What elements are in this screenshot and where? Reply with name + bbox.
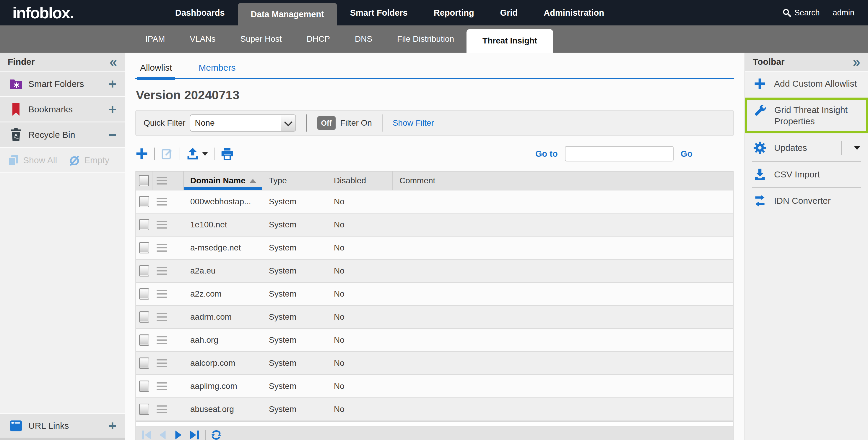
row-menu-icon[interactable] xyxy=(152,352,184,374)
checkbox[interactable] xyxy=(139,219,149,230)
go-button[interactable]: Go xyxy=(681,149,692,159)
sidebar-item-smart-folders[interactable]: Smart Folders + xyxy=(0,71,125,97)
toolbar-item-grid-threat-insight-properties[interactable]: Grid Threat Insight Properties xyxy=(747,100,866,131)
table-row[interactable]: aaplimg.comSystemNo xyxy=(136,375,733,398)
global-search-button[interactable]: Search xyxy=(782,8,820,18)
chevron-down-icon[interactable] xyxy=(281,114,296,131)
show-all-button[interactable]: Show All xyxy=(7,154,57,167)
checkbox[interactable] xyxy=(139,357,149,369)
add-button[interactable] xyxy=(135,147,148,160)
row-checkbox[interactable] xyxy=(136,306,152,328)
filter-toggle-button[interactable]: Off xyxy=(317,116,336,130)
row-menu-icon[interactable] xyxy=(152,213,184,236)
next-page-button[interactable] xyxy=(172,429,185,440)
row-menu-icon[interactable] xyxy=(152,237,184,259)
sidebar-item-url-links[interactable]: URL Links + xyxy=(0,413,125,438)
row-checkbox[interactable] xyxy=(136,352,152,374)
topnav-item-reporting[interactable]: Reporting xyxy=(421,0,487,25)
subnav-item-ipam[interactable]: IPAM xyxy=(133,25,177,53)
upload-button[interactable] xyxy=(186,147,208,160)
subnav-item-vlans[interactable]: VLANs xyxy=(177,25,228,53)
table-row[interactable]: aadrm.comSystemNo xyxy=(136,306,733,329)
row-menu-icon[interactable] xyxy=(152,190,184,213)
refresh-button[interactable] xyxy=(210,429,223,440)
table-row[interactable]: 1e100.netSystemNo xyxy=(136,213,733,237)
sidebar-item-bookmarks[interactable]: Bookmarks + xyxy=(0,97,125,122)
checkbox[interactable] xyxy=(139,311,149,323)
bookmarks-add-button[interactable]: + xyxy=(108,102,116,116)
row-menu-icon[interactable] xyxy=(152,329,184,351)
table-row[interactable]: aalcorp.comSystemNo xyxy=(136,352,733,375)
header-menu-icon[interactable] xyxy=(152,172,184,190)
print-button[interactable] xyxy=(220,147,234,160)
row-menu-icon[interactable] xyxy=(152,398,184,420)
toolbar-item-idn-converter[interactable]: IDN Converter xyxy=(745,188,868,213)
column-header-disabled[interactable]: Disabled xyxy=(327,172,393,190)
smart-folders-add-button[interactable]: + xyxy=(108,77,116,91)
checkbox[interactable] xyxy=(139,242,149,254)
row-checkbox[interactable] xyxy=(136,329,152,351)
last-page-button[interactable] xyxy=(188,429,201,440)
table-row[interactable]: a2z.comSystemNo xyxy=(136,283,733,306)
row-checkbox[interactable] xyxy=(136,190,152,213)
toolbar-item-csv-import[interactable]: CSV Import xyxy=(745,162,868,186)
checkbox[interactable] xyxy=(139,404,149,415)
table-row[interactable]: aah.orgSystemNo xyxy=(136,329,733,352)
topnav-item-dashboards[interactable]: Dashboards xyxy=(162,0,238,25)
user-menu[interactable]: admin xyxy=(833,8,855,18)
topnav-item-smart-folders[interactable]: Smart Folders xyxy=(337,0,421,25)
row-checkbox[interactable] xyxy=(136,237,152,259)
row-checkbox[interactable] xyxy=(136,260,152,282)
row-menu-icon[interactable] xyxy=(152,375,184,398)
row-menu-icon[interactable] xyxy=(152,306,184,328)
table-row[interactable]: a-msedge.netSystemNo xyxy=(136,237,733,260)
column-header-comment[interactable]: Comment xyxy=(393,172,733,190)
row-checkbox[interactable] xyxy=(136,398,152,420)
updates-dropdown-caret[interactable] xyxy=(854,146,860,150)
topnav-item-data-management[interactable]: Data Management xyxy=(238,3,337,25)
column-header-type[interactable]: Type xyxy=(262,172,327,190)
subnav-item-file-distribution[interactable]: File Distribution xyxy=(385,25,466,53)
checkbox[interactable] xyxy=(139,334,149,346)
goto-input[interactable] xyxy=(565,146,674,162)
sidebar-item-recycle-bin[interactable]: Recycle Bin − xyxy=(0,122,125,148)
row-checkbox[interactable] xyxy=(136,283,152,305)
first-page-button[interactable] xyxy=(140,429,153,440)
table-row[interactable]: a2a.euSystemNo xyxy=(136,260,733,283)
checkbox[interactable] xyxy=(139,175,149,186)
row-menu-icon[interactable] xyxy=(152,260,184,282)
collapse-panel-icon[interactable]: « xyxy=(109,55,117,68)
upload-dropdown-caret[interactable] xyxy=(202,152,208,156)
recycle-bin-collapse-button[interactable]: − xyxy=(108,128,116,142)
checkbox[interactable] xyxy=(139,381,149,392)
column-header-domain-name[interactable]: Domain Name xyxy=(184,172,262,190)
quick-filter-select[interactable]: None xyxy=(190,114,296,131)
edit-button-disabled[interactable] xyxy=(161,147,174,160)
url-links-add-button[interactable]: + xyxy=(108,419,116,433)
checkbox[interactable] xyxy=(139,265,149,276)
subnav-item-threat-insight[interactable]: Threat Insight xyxy=(466,29,553,53)
tab-members[interactable]: Members xyxy=(195,63,239,78)
checkbox[interactable] xyxy=(139,288,149,299)
tab-allowlist[interactable]: Allowlist xyxy=(137,63,175,78)
topnav-item-administration[interactable]: Administration xyxy=(531,0,617,25)
subnav-item-dns[interactable]: DNS xyxy=(342,25,385,53)
show-filter-link[interactable]: Show Filter xyxy=(393,118,434,128)
subnav-item-super-host[interactable]: Super Host xyxy=(228,25,294,53)
table-row[interactable]: 000webhostap...SystemNo xyxy=(136,190,733,213)
row-checkbox[interactable] xyxy=(136,375,152,398)
expand-panel-icon[interactable]: » xyxy=(852,55,860,68)
topnav-item-grid[interactable]: Grid xyxy=(487,0,531,25)
toolbar-item-updates[interactable]: Updates xyxy=(745,135,868,160)
previous-page-button[interactable] xyxy=(156,429,169,440)
empty-button[interactable]: Empty xyxy=(68,154,109,167)
select-all-checkbox[interactable] xyxy=(136,172,152,190)
toolbar-item-add-custom-allowlist[interactable]: Add Custom Allowlist xyxy=(745,71,868,96)
row-checkbox[interactable] xyxy=(136,213,152,236)
checkbox[interactable] xyxy=(139,196,149,207)
horizontal-scrollbar[interactable] xyxy=(136,421,733,427)
subnav-item-dhcp[interactable]: DHCP xyxy=(294,25,342,53)
table-row[interactable]: abuseat.orgSystemNo xyxy=(136,398,733,421)
divider xyxy=(752,161,861,162)
row-menu-icon[interactable] xyxy=(152,283,184,305)
